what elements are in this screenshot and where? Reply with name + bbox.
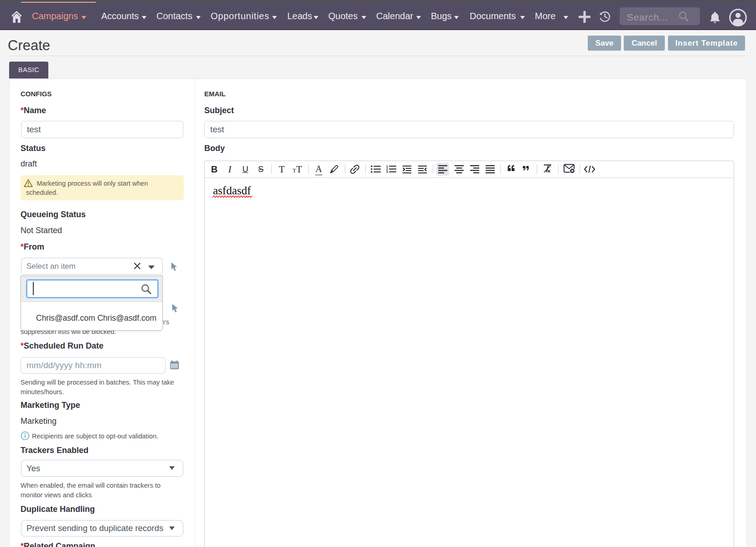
svg-text:3: 3: [386, 170, 388, 173]
